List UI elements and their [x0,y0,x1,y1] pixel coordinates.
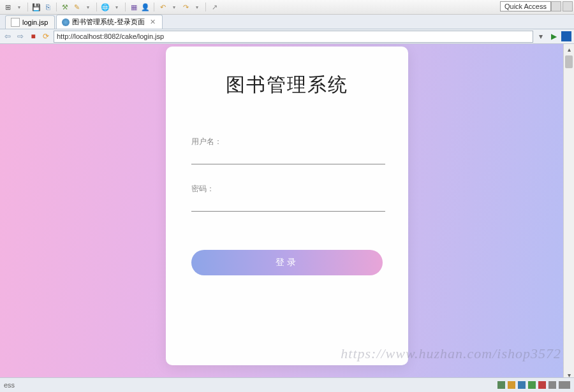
password-label: 密码： [191,184,383,194]
url-input[interactable] [54,31,533,43]
back-icon[interactable]: ⇦ [3,31,13,41]
perspective-icons [551,1,573,11]
password-field-group: 密码： [191,184,383,212]
dropdown-icon[interactable]: ▾ [14,2,24,12]
status-text: ess [4,381,15,389]
dropdown-icon[interactable]: ▾ [112,2,122,12]
stop-icon[interactable]: ■ [28,31,38,41]
status-icon[interactable] [548,381,556,389]
perspective-icon[interactable] [563,1,573,11]
person-icon[interactable]: 👤 [140,2,151,12]
forward-icon[interactable]: ↷ [180,2,191,12]
main-toolbar: ⊞ ▾ 💾 ⎘ ⚒ ✎ ▾ 🌐 ▾ ▦ 👤 ↶ ▾ ↷ ▾ ↗ Quick Ac… [0,0,574,15]
scrollbar-thumb[interactable] [565,55,573,68]
brush-icon[interactable]: ✎ [71,2,82,12]
tab-label: login.jsp [22,18,48,26]
tab-label: 图书管理系统-登录页面 [72,17,145,27]
browser-address-bar: ⇦ ⇨ ■ ⟳ ▾ ▶ [0,29,574,44]
dropdown-icon[interactable]: ▾ [192,2,202,12]
separator [205,3,206,11]
browser-viewport: 图书管理系统 用户名： 密码： 登录 ▴ ▾ https://www.huzha… [0,44,574,380]
username-label: 用户名： [191,136,383,147]
separator [56,3,57,11]
save-icon[interactable]: 💾 [31,2,41,12]
jsp-file-icon [11,18,20,27]
separator [27,3,28,11]
login-button[interactable]: 登录 [191,250,383,275]
status-icon[interactable] [559,381,570,389]
globe-icon[interactable]: 🌐 [100,2,110,12]
status-icon[interactable] [518,381,526,389]
saveall-icon[interactable]: ⎘ [43,2,53,12]
go-icon[interactable]: ▶ [548,31,559,41]
status-bar: ess [0,377,574,392]
new-icon[interactable]: ⊞ [3,2,13,12]
scroll-up-icon[interactable]: ▴ [564,44,574,54]
separator [96,3,97,11]
tab-login-jsp[interactable]: login.jsp [5,15,55,29]
page-title: 图书管理系统 [191,72,383,98]
grid-icon[interactable]: ▦ [129,2,139,12]
username-field-group: 用户名： [191,136,383,164]
vertical-scrollbar[interactable]: ▴ ▾ [563,44,574,380]
url-dropdown-icon[interactable]: ▾ [536,32,546,41]
back-icon[interactable]: ↶ [158,2,168,12]
close-tab-icon[interactable]: ✕ [150,18,156,26]
tool-icon[interactable]: ↗ [209,2,219,12]
tab-browser-preview[interactable]: 图书管理系统-登录页面 ✕ [56,15,163,29]
dropdown-icon[interactable]: ▾ [169,2,179,12]
status-icons [497,381,570,389]
dropdown-icon[interactable]: ▾ [83,2,93,12]
perspective-icon[interactable] [551,1,561,11]
editor-tab-bar: login.jsp 图书管理系统-登录页面 ✕ [0,15,574,29]
login-card: 图书管理系统 用户名： 密码： 登录 [166,47,408,365]
status-icon[interactable] [528,381,536,389]
separator [154,3,154,11]
globe-icon [62,18,70,26]
separator [125,3,126,11]
refresh-icon[interactable]: ⟳ [41,31,51,41]
status-icon[interactable] [538,381,546,389]
status-icon[interactable] [497,381,505,389]
tool-icon[interactable]: ⚒ [60,2,70,12]
external-browser-icon[interactable] [561,31,571,41]
status-icon[interactable] [508,381,515,389]
username-input[interactable] [191,150,385,164]
quick-access-button[interactable]: Quick Access [500,1,551,11]
forward-icon[interactable]: ⇨ [15,31,26,41]
password-input[interactable] [191,197,385,212]
